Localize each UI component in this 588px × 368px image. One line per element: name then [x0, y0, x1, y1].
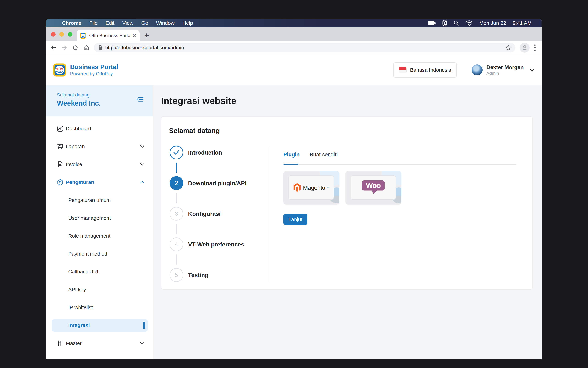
sidebar-nav: Dashboard Laporan [46, 120, 153, 352]
tab-title: Otto Business Portal [89, 33, 130, 38]
chevron-down-icon [140, 342, 145, 345]
sidebar-item-integrasi[interactable]: Integrasi [46, 316, 153, 334]
continue-button[interactable]: Lanjut [283, 214, 308, 225]
sidebar-item-master[interactable]: Master [46, 334, 153, 352]
sidebar-item-user-management[interactable]: User management [46, 209, 153, 227]
menubar-view[interactable]: View [122, 20, 133, 26]
tab-plugin[interactable]: Plugin [283, 151, 300, 158]
step-1-introduction[interactable] [170, 146, 183, 159]
dashboard-icon [57, 125, 63, 132]
indonesia-flag-icon [399, 67, 407, 73]
main-content: Integrasi website Selamat datang Introdu… [153, 85, 542, 359]
step-5-label: Testing [188, 272, 208, 278]
svg-text:OTTO: OTTO [81, 34, 85, 36]
language-selector[interactable]: Bahasa Indonesia [393, 62, 457, 78]
header-divider [464, 62, 464, 78]
card-title: Selamat datang [169, 127, 220, 135]
user-menu-chevron-icon[interactable] [530, 68, 535, 72]
tab-buat-sendiri[interactable]: Buat sendiri [310, 151, 338, 158]
chevron-down-icon [140, 163, 145, 166]
window-close-button[interactable] [51, 32, 55, 37]
menubar-time[interactable]: 9:41 AM [513, 20, 532, 26]
sidebar-welcome-panel: Selamat datang Weekend Inc. [46, 85, 153, 116]
active-tab-underline [283, 164, 299, 165]
menubar-edit[interactable]: Edit [106, 20, 115, 26]
forward-icon[interactable] [61, 44, 68, 51]
step-3-label: Konfigurasi [188, 211, 221, 217]
step-4-label: VT-Web preferences [188, 241, 244, 248]
sidebar-item-callback-url[interactable]: Callback URL [46, 263, 153, 281]
step-2-label: Download plugin/API [188, 180, 246, 187]
browser-tab[interactable]: OTTOPAY Otto Business Portal ✕ [77, 30, 140, 41]
user-name: Dexter Morgan [486, 64, 524, 71]
language-label: Bahasa Indonesia [410, 67, 451, 73]
step-connector [176, 193, 177, 203]
step-4-vtweb-preferences[interactable]: 4 [170, 238, 183, 251]
brand-title: Business Portal [70, 63, 118, 71]
browser-menu-icon[interactable] [534, 44, 536, 51]
menubar-window[interactable]: Window [156, 20, 174, 26]
browser-toolbar: http://ottobusinessportal.com/admin [46, 41, 542, 54]
back-icon[interactable] [50, 44, 57, 51]
spotlight-search-icon[interactable] [453, 20, 459, 26]
sidebar: Selamat datang Weekend Inc. Dashboard [46, 85, 153, 359]
settings-icon [57, 179, 63, 185]
tab-close-icon[interactable]: ✕ [132, 33, 136, 39]
sidebar-item-ip-whitelist[interactable]: IP whitelist [46, 299, 153, 316]
menubar-go[interactable]: Go [141, 20, 148, 26]
svg-text:PAY: PAY [82, 36, 84, 37]
tabs-underline [283, 164, 516, 165]
ottopay-logo: OTTOPAY [53, 63, 66, 77]
home-icon[interactable] [82, 44, 90, 51]
woocommerce-logo-icon: Woo [360, 180, 386, 195]
plugin-card-woocommerce[interactable]: Woo [345, 171, 401, 205]
report-icon [57, 143, 63, 150]
display-toggle-icon[interactable] [442, 20, 447, 27]
address-bar[interactable]: http://ottobusinessportal.com/admin [94, 43, 516, 52]
step-connector [176, 254, 177, 265]
battery-icon[interactable] [428, 20, 436, 26]
step-connector [176, 224, 177, 234]
step-1-label: Introduction [188, 149, 222, 156]
magento-logo-icon [293, 183, 301, 192]
page-title: Integrasi website [161, 95, 236, 106]
sidebar-collapse-icon[interactable] [136, 96, 144, 103]
plugin-card-magento[interactable]: Magento® [283, 171, 339, 205]
lock-icon[interactable] [98, 45, 102, 50]
user-role: Admin [486, 71, 524, 76]
window-minimize-button[interactable] [59, 32, 64, 37]
desktop-background: Chrome File Edit View Go Window Help [0, 0, 588, 368]
sidebar-item-dashboard[interactable]: Dashboard [46, 120, 153, 138]
wifi-icon[interactable] [466, 20, 473, 26]
sidebar-item-pengaturan[interactable]: Pengaturan [46, 173, 153, 191]
sidebar-item-laporan[interactable]: Laporan [46, 138, 153, 156]
step-2-download-plugin[interactable]: 2 [170, 176, 183, 190]
new-tab-button[interactable]: + [145, 31, 149, 39]
menubar-file[interactable]: File [89, 20, 98, 26]
sidebar-item-payment-method[interactable]: Payment method [46, 245, 153, 263]
sidebar-item-role-management[interactable]: Role management [46, 227, 153, 245]
menubar-date[interactable]: Mon Jun 22 [479, 20, 506, 26]
svg-text:OTTO: OTTO [56, 68, 63, 70]
menubar-app-chrome[interactable]: Chrome [62, 20, 81, 26]
macos-menubar: Chrome File Edit View Go Window Help [46, 19, 542, 27]
svg-text:Woo: Woo [366, 181, 381, 190]
invoice-icon [57, 161, 63, 168]
sidebar-item-pengaturan-umum[interactable]: Pengaturan umum [46, 191, 153, 209]
browser-profile-icon[interactable] [520, 43, 530, 53]
browser-tabstrip: OTTOPAY Otto Business Portal ✕ + [46, 27, 542, 41]
step-5-testing[interactable]: 5 [170, 268, 183, 282]
stepper-divider [269, 147, 269, 282]
tab-favicon-otto: OTTOPAY [80, 33, 86, 39]
window-zoom-button[interactable] [68, 32, 72, 37]
magento-logo-text: Magento [303, 184, 325, 191]
url-text[interactable]: http://ottobusinessportal.com/admin [105, 45, 505, 51]
step-3-konfigurasi[interactable]: 3 [170, 207, 183, 221]
sidebar-item-invoice[interactable]: Invoice [46, 156, 153, 173]
screen: Chrome File Edit View Go Window Help [46, 19, 542, 359]
menubar-help[interactable]: Help [182, 20, 193, 26]
sidebar-item-api-key[interactable]: API key [46, 281, 153, 299]
reload-icon[interactable] [72, 44, 79, 51]
user-avatar[interactable] [472, 64, 483, 75]
bookmark-star-icon[interactable] [505, 45, 511, 51]
